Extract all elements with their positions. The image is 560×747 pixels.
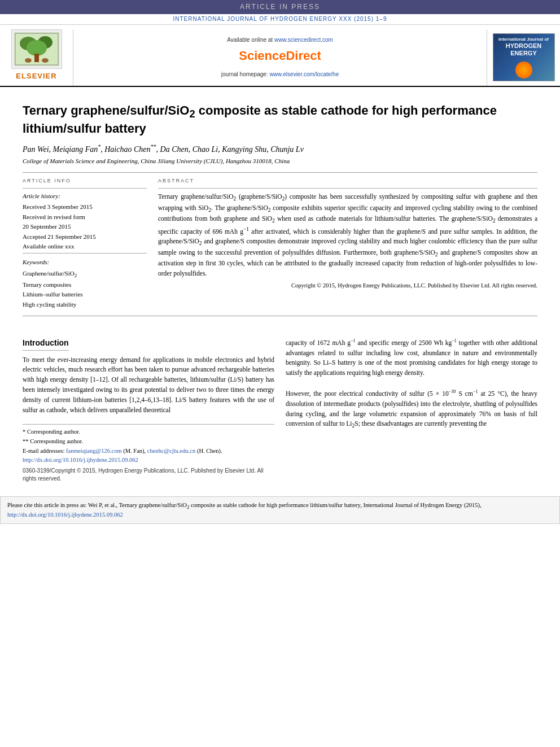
introduction-right: capacity of 1672 mAh g−1 and specific en… (286, 338, 537, 484)
article-info-column: ARTICLE INFO Article history: Received 3… (23, 177, 147, 310)
elsevier-logo-area: ELSEVIER (0, 29, 73, 86)
journal-cover-circle (515, 62, 532, 78)
abstract-divider (158, 188, 537, 189)
article-in-press-banner: ARTICLE IN PRESS (0, 0, 560, 14)
history-accepted: Accepted 21 September 2015 (23, 233, 147, 241)
introduction-right-text-2: However, the poor electrical conductivit… (286, 388, 537, 430)
svg-point-3 (27, 40, 47, 56)
introduction-right-text-1: capacity of 1672 mAh g−1 and specific en… (286, 338, 537, 378)
journal-cover-area: International Journal ofHYDROGENENERGY (487, 29, 560, 86)
article-info-abstract-section: ARTICLE INFO Article history: Received 3… (23, 177, 537, 310)
doi-link[interactable]: http://dx.doi.org/10.1016/j.ijhydene.201… (23, 457, 138, 463)
journal-cover-image: International Journal ofHYDROGENENERGY (493, 33, 555, 81)
history-available: Available online xxx (23, 242, 147, 251)
introduction-left-text: To meet the ever-increasing energy deman… (23, 355, 274, 416)
divider-1 (23, 172, 537, 173)
abstract-text: Ternary graphene/sulfur/SiO2 (graphene/S… (158, 192, 537, 278)
history-revised-date: 20 September 2015 (23, 222, 147, 231)
introduction-title: Introduction (23, 338, 69, 351)
authors: Pan Wei, Meiqiang Fan*, Haichao Chen**, … (23, 143, 537, 155)
history-revised-label: Received in revised form (23, 213, 147, 221)
svg-point-6 (25, 58, 32, 63)
main-content: Ternary graphene/sulfur/SiO2 composite a… (0, 87, 560, 491)
footnote-email: E-mail addresses: fanmeiqiang@126.com (M… (23, 447, 274, 456)
sciencedirect-logo: ScienceDirect (239, 47, 321, 65)
available-online-link[interactable]: www.sciencedirect.com (274, 37, 333, 43)
info-divider (23, 188, 147, 189)
elsevier-text: ELSEVIER (16, 71, 56, 81)
abstract-copyright: Copyright © 2015, Hydrogen Energy Public… (158, 282, 537, 290)
top-header: ELSEVIER Available online at www.science… (0, 25, 560, 87)
introduction-left: Introduction To meet the ever-increasing… (23, 338, 274, 484)
email-link-1[interactable]: fanmeiqiang@126.com (66, 448, 122, 454)
history-received: Received 3 September 2015 (23, 203, 147, 211)
white-space (23, 321, 537, 338)
journal-header-bar: INTERNATIONAL JOURNAL OF HYDROGEN ENERGY… (0, 14, 560, 25)
elsevier-logo-box (11, 29, 62, 69)
available-online-text: Available online at www.sciencedirect.co… (227, 36, 333, 44)
journal-cover-title: International Journal ofHYDROGENENERGY (498, 37, 549, 57)
divider-2 (23, 316, 537, 316)
keywords-divider (23, 253, 147, 254)
citation-doi-link[interactable]: http://dx.doi.org/10.1016/j.ijhydene.201… (7, 512, 123, 518)
svg-point-7 (42, 58, 49, 63)
elsevier-tree-icon (14, 32, 59, 66)
footnote-doi: http://dx.doi.org/10.1016/j.ijhydene.201… (23, 456, 274, 465)
article-info-header: ARTICLE INFO (23, 177, 147, 185)
keyword-1: Graphene/sulfur/SiO2 (23, 269, 147, 279)
journal-homepage: journal homepage: www.elsevier.com/locat… (221, 71, 339, 78)
abstract-header: ABSTRACT (158, 177, 537, 185)
keyword-3: Lithium–sulfur batteries (23, 290, 147, 299)
email-link-2[interactable]: chenhc@cjlu.edu.cn (147, 448, 195, 454)
introduction-section: Introduction To meet the ever-increasing… (23, 338, 537, 484)
svg-rect-4 (34, 54, 39, 62)
abstract-column: ABSTRACT Ternary graphene/sulfur/SiO2 (g… (158, 177, 537, 310)
keyword-2: Ternary composites (23, 281, 147, 289)
journal-homepage-link[interactable]: www.elsevier.com/locate/he (269, 71, 339, 77)
keywords-label: Keywords: (23, 258, 147, 267)
footnote-issn: 0360-3199/Copyright © 2015, Hydrogen Ene… (23, 467, 274, 483)
article-history-label: Article history: (23, 192, 147, 200)
keyword-4: High cycling stability (23, 300, 147, 309)
citation-box: Please cite this article in press as: We… (0, 496, 560, 524)
article-title: Ternary graphene/sulfur/SiO2 composite a… (23, 103, 537, 137)
footnotes-area: * Corresponding author. ** Corresponding… (23, 424, 274, 483)
footnote-corresponding-1: * Corresponding author. (23, 428, 274, 436)
footnote-corresponding-2: ** Corresponding author. (23, 438, 274, 446)
affiliation: College of Materials Science and Enginee… (23, 157, 537, 165)
sciencedirect-area: Available online at www.sciencedirect.co… (73, 29, 487, 86)
